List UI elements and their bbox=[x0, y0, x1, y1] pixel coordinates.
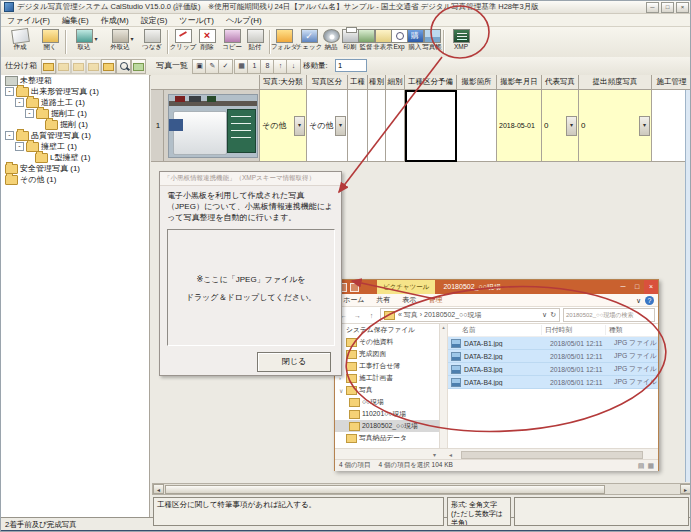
tab-home[interactable]: ホーム bbox=[343, 295, 364, 305]
header-hindo[interactable]: 提出頻度写真 bbox=[579, 75, 652, 90]
search-button[interactable] bbox=[116, 59, 131, 74]
explorer-close-button[interactable]: × bbox=[644, 280, 658, 294]
address-dropdown-icon[interactable]: ∨ bbox=[542, 311, 547, 319]
explorer-tree-item[interactable]: ∨写真 bbox=[335, 384, 447, 396]
table-horizontal-scrollbar[interactable]: ◂ ▸ bbox=[152, 483, 691, 495]
file-row[interactable]: DATA-B4.jpg 2018/05/01 12:11 JPG ファイル bbox=[448, 376, 658, 389]
row-number[interactable]: 1 bbox=[151, 90, 164, 162]
tab-share[interactable]: 共有 bbox=[376, 295, 390, 305]
clip-button[interactable]: クリップ bbox=[170, 28, 196, 56]
collapse-icon[interactable]: - bbox=[25, 109, 34, 118]
explorer-scroll-row[interactable]: ▾ ◂ bbox=[335, 448, 658, 459]
picture-tools-tab[interactable]: ピクチャツール bbox=[377, 280, 435, 294]
header-koshu[interactable]: 工種 bbox=[348, 75, 368, 90]
chevron-down-icon[interactable]: ∨ bbox=[339, 387, 346, 394]
tree-item-sonota[interactable]: その他 (1) bbox=[1, 174, 149, 185]
photo-thumbnail[interactable] bbox=[164, 90, 260, 162]
dropdown-button[interactable]: ▾ bbox=[294, 116, 305, 136]
open-button[interactable]: 開く bbox=[37, 28, 63, 56]
up-icon[interactable]: ↑ bbox=[366, 310, 377, 321]
move-amount-input[interactable] bbox=[335, 59, 367, 72]
minimize-button[interactable]: ─ bbox=[646, 2, 659, 13]
cell-daihyo[interactable]: 0 ▾ bbox=[542, 90, 579, 162]
cell-shubetsu[interactable] bbox=[368, 90, 386, 162]
cell-hindo[interactable]: 0 ▾ bbox=[579, 90, 652, 162]
column-name[interactable]: 名前 bbox=[448, 325, 542, 335]
cell-daibunrui[interactable]: その他 ▾ bbox=[260, 90, 307, 162]
explorer-tree-item[interactable]: ○○現場 bbox=[335, 396, 447, 408]
collapse-icon[interactable]: - bbox=[15, 98, 24, 107]
import-button[interactable]: ▾取込 bbox=[71, 28, 97, 56]
explorer-tree-item-selected[interactable]: 20180502_○○現場 bbox=[335, 420, 447, 432]
menu-create[interactable]: 作成(M) bbox=[101, 15, 129, 26]
cell-yobi-selected[interactable] bbox=[405, 90, 457, 162]
file-row[interactable]: DATA-B2.jpg 2018/05/01 12:11 JPG ファイル bbox=[448, 350, 658, 363]
collapse-icon[interactable]: - bbox=[15, 142, 24, 151]
jpeg-drop-zone[interactable]: ※ここに「JPEG」ファイルを ドラッグ＆ドロップしてください。 bbox=[167, 229, 335, 346]
delete-button[interactable]: ×削除 bbox=[194, 28, 220, 56]
menu-edit[interactable]: 編集(E) bbox=[62, 15, 89, 26]
folder-tool-button[interactable] bbox=[71, 59, 86, 74]
cell-saibetsu[interactable] bbox=[386, 90, 405, 162]
explorer-minimize-button[interactable]: ─ bbox=[616, 280, 630, 294]
view-button-3[interactable]: ✓ bbox=[218, 59, 233, 74]
collapse-icon[interactable]: - bbox=[5, 87, 14, 96]
folder-button[interactable]: フォルダ bbox=[271, 28, 297, 56]
explorer-tree-item[interactable]: その他資料 bbox=[335, 336, 447, 348]
folder-new-button[interactable] bbox=[101, 59, 116, 74]
paste-button[interactable]: 貼付 bbox=[242, 28, 268, 56]
explorer-tree-item[interactable]: ›工事打合せ簿 bbox=[335, 360, 447, 372]
explorer-tree-item[interactable]: ›施工計画書 bbox=[335, 372, 447, 384]
address-box[interactable]: « 写真 › 20180502_○○現場 ∨ ↻ bbox=[380, 308, 560, 322]
hscroll-left-icon[interactable]: ◂ bbox=[449, 451, 452, 458]
search-box[interactable]: 20180502_○○現場の検索 bbox=[563, 308, 655, 322]
forward-icon[interactable]: → bbox=[352, 310, 363, 321]
create-button[interactable]: 作成 bbox=[7, 28, 33, 56]
scroll-right-arrow[interactable]: ▸ bbox=[680, 484, 691, 494]
table-vertical-scrollbar[interactable] bbox=[685, 90, 691, 482]
explorer-tree-item[interactable]: 完成図面 bbox=[335, 348, 447, 360]
cell-koshu[interactable] bbox=[348, 90, 368, 162]
tree-scrollbar[interactable]: ▴ bbox=[439, 324, 447, 448]
tab-view[interactable]: 表示 bbox=[402, 295, 416, 305]
header-shubetsu[interactable]: 種別 bbox=[368, 75, 386, 90]
menu-tools[interactable]: ツール(T) bbox=[179, 15, 214, 26]
menu-file[interactable]: ファイル(F) bbox=[7, 15, 50, 26]
folder-up-button[interactable] bbox=[41, 59, 56, 74]
header-saibetsu[interactable]: 細別 bbox=[386, 75, 405, 90]
header-yobi[interactable]: 工種区分予備 bbox=[405, 75, 457, 90]
ribbon-expand-icon[interactable]: ∨ bbox=[636, 297, 641, 305]
xmp-button[interactable]: XMP bbox=[448, 28, 474, 56]
quick-access-icon[interactable] bbox=[350, 283, 359, 292]
cell-date[interactable]: 2018-05-01 bbox=[497, 90, 542, 162]
refresh-icon[interactable]: ↻ bbox=[550, 311, 556, 319]
tab-manage[interactable]: 管理 bbox=[428, 295, 442, 305]
header-date[interactable]: 撮影年月日 bbox=[497, 75, 542, 90]
explorer-tree-item[interactable]: システム保存ファイル bbox=[335, 324, 447, 336]
scroll-left-arrow[interactable]: ◂ bbox=[153, 484, 164, 494]
header-kubun[interactable]: 写真区分 bbox=[307, 75, 348, 90]
dropdown-button[interactable]: ▾ bbox=[639, 116, 650, 136]
tree-item-lgata[interactable]: L型擁壁 (1) bbox=[1, 152, 149, 163]
tree-item-doro[interactable]: -道路土工 (1) bbox=[1, 97, 149, 108]
tree-item-yohekiko[interactable]: -擁壁工 (1) bbox=[1, 141, 149, 152]
maximize-button[interactable]: □ bbox=[661, 2, 674, 13]
tree-item-anzen[interactable]: 安全管理写真 (1) bbox=[1, 163, 149, 174]
dropdown-button[interactable]: ▾ bbox=[335, 116, 346, 136]
header-daihyo[interactable]: 代表写真 bbox=[542, 75, 579, 90]
tree-item-kussakuko[interactable]: -掘削工 (1) bbox=[1, 108, 149, 119]
grid-view-icon[interactable]: ▦ bbox=[647, 462, 654, 470]
column-type[interactable]: 種類 bbox=[606, 325, 623, 335]
tree-item-hinshitsu[interactable]: -品質管理写真 (1) bbox=[1, 130, 149, 141]
header-daibunrui[interactable]: 写真:大分類 bbox=[260, 75, 307, 90]
column-date[interactable]: 日付時刻 bbox=[542, 325, 606, 335]
header-sekou[interactable]: 施工管理 bbox=[652, 75, 691, 90]
list-view-icon[interactable]: ▤ bbox=[638, 462, 645, 470]
collapse-icon[interactable]: - bbox=[5, 131, 14, 140]
scroll-thumb[interactable] bbox=[165, 485, 605, 494]
file-row[interactable]: DATA-B1.jpg 2018/05/01 12:11 JPG ファイル bbox=[448, 337, 658, 350]
header-kasho[interactable]: 撮影箇所 bbox=[457, 75, 497, 90]
dropdown-button[interactable]: ▾ bbox=[566, 116, 577, 136]
tree-item-dekigata[interactable]: -出来形管理写真 (1) bbox=[1, 86, 149, 97]
folder-tool-button[interactable] bbox=[86, 59, 101, 74]
